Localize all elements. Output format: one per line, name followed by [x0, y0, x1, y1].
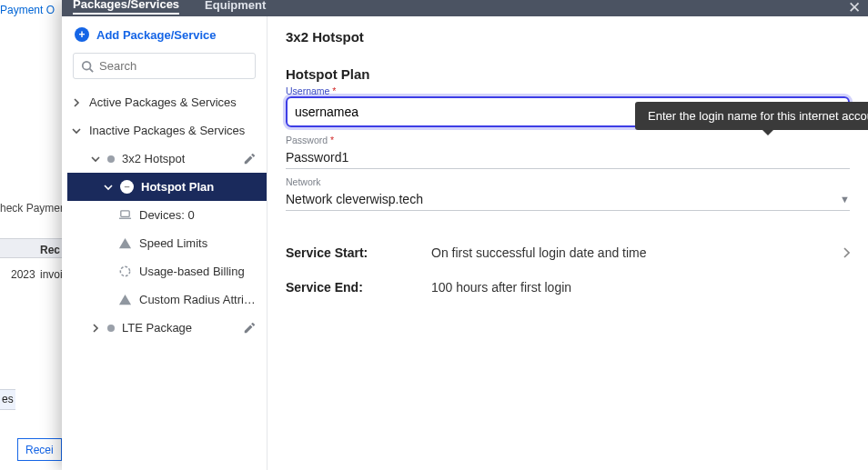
bg-invoice-cell: invoi [40, 268, 63, 281]
svg-rect-2 [121, 211, 129, 217]
tree-item-speed-limits[interactable]: Speed Limits [67, 229, 267, 257]
username-label: Username * [286, 85, 850, 96]
service-start-value: On first successful login date and time [431, 245, 843, 260]
service-start-label: Service Start: [286, 245, 431, 260]
section-title: Hotspot Plan [286, 66, 850, 82]
chevron-down-icon [71, 126, 82, 135]
laptop-icon [118, 208, 132, 222]
plus-icon: + [75, 27, 89, 42]
edit-icon[interactable] [243, 153, 261, 165]
inactive-tree: 3x2 Hotspot – Hotspot Plan [62, 145, 267, 342]
package-service-panel: Packages/Services Equipment ✕ + Add Pack… [62, 0, 868, 470]
search-icon [81, 60, 94, 73]
close-icon[interactable]: ✕ [848, 0, 861, 17]
main-content: 3x2 Hotspot Hotspot Plan Username * Pass… [267, 16, 868, 470]
tooltip: Enter the login name for this internet a… [635, 102, 868, 130]
active-packages-toggle[interactable]: Active Packages & Services [62, 88, 267, 116]
chevron-right-icon[interactable] [843, 247, 850, 258]
search-input[interactable] [99, 59, 252, 73]
tree-item-lte-package[interactable]: LTE Package [67, 314, 267, 342]
inactive-packages-toggle[interactable]: Inactive Packages & Services [62, 116, 267, 145]
chevron-down-icon [104, 183, 113, 192]
chevron-down-icon: ▼ [840, 194, 850, 205]
tree-label: Speed Limits [139, 236, 207, 250]
bg-year-cell: 2023 [11, 268, 35, 281]
inactive-packages-label: Inactive Packages & Services [89, 124, 245, 137]
network-select[interactable]: Network cleverwisp.tech ▼ [286, 187, 850, 211]
tab-equipment[interactable]: Equipment [205, 0, 266, 14]
warning-icon [118, 293, 132, 306]
edit-icon[interactable] [243, 322, 261, 335]
bg-receive-button[interactable]: Recei [17, 438, 62, 461]
minus-badge-icon: – [120, 180, 134, 194]
tree-item-custom-radius[interactable]: Custom Radius Attri… [67, 285, 267, 314]
tree-item-usage-billing[interactable]: Usage-based Billing [67, 257, 267, 285]
tree-label: Hotspot Plan [141, 180, 214, 194]
svg-point-0 [83, 61, 91, 69]
password-input[interactable]: Password1 [286, 145, 850, 169]
tree-item-hotspot-plan[interactable]: – Hotspot Plan [67, 173, 267, 201]
tree-label: Devices: 0 [139, 208, 195, 222]
svg-line-1 [90, 68, 94, 72]
active-packages-label: Active Packages & Services [89, 95, 237, 109]
search-input-wrap[interactable] [73, 53, 256, 79]
add-package-button[interactable]: + Add Package/Service [62, 16, 267, 53]
bg-es-tab: es [0, 389, 15, 410]
bg-check-payment: heck Paymer [0, 202, 64, 215]
panel-tabs: Packages/Services Equipment ✕ [62, 0, 868, 16]
status-dot-icon [107, 325, 115, 332]
bg-payment-link[interactable]: Payment O [0, 4, 55, 16]
chevron-right-icon [91, 324, 100, 333]
network-value: Network cleverwisp.tech [286, 192, 423, 206]
network-label: Network [286, 176, 850, 187]
tree-label: 3x2 Hotspot [122, 152, 185, 165]
page-title: 3x2 Hotspot [286, 29, 850, 45]
chevron-right-icon [71, 98, 82, 107]
status-dot-icon [107, 155, 115, 163]
tree-label: Usage-based Billing [139, 265, 245, 278]
service-end-value: 100 hours after first login [431, 280, 850, 295]
tab-packages-services[interactable]: Packages/Services [73, 0, 179, 15]
add-package-label: Add Package/Service [96, 28, 217, 42]
warning-icon [118, 236, 132, 250]
bg-rec-header: Rec [40, 244, 60, 256]
sidebar: + Add Package/Service Active Pack [62, 16, 267, 470]
tree-label: LTE Package [122, 321, 192, 335]
chevron-down-icon [91, 155, 100, 164]
tree-label: Custom Radius Attri… [139, 293, 256, 306]
tree-item-devices[interactable]: Devices: 0 [67, 201, 267, 229]
spinner-icon [118, 265, 132, 278]
tree-item-3x2-hotspot[interactable]: 3x2 Hotspot [67, 145, 267, 173]
svg-point-3 [120, 266, 129, 275]
service-end-label: Service End: [286, 280, 431, 295]
